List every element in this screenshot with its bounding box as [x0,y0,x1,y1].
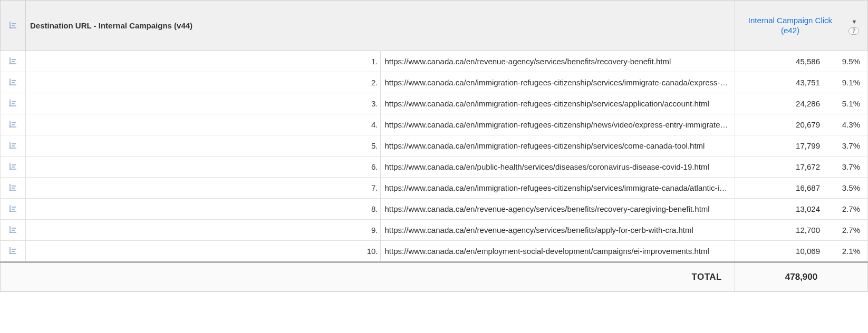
row-metric-value: 20,679 [782,120,820,129]
row-url[interactable]: https://www.canada.ca/en/employment-soci… [380,241,735,262]
svg-point-10 [9,253,10,254]
row-metric-pct: 5.1% [835,99,860,108]
breakdown-icon[interactable] [8,140,18,150]
row-rank: 4. [26,114,381,135]
table-header-row: Destination URL - Internal Campaigns (v4… [1,1,868,51]
breakdown-icon[interactable] [8,56,18,65]
row-metric-value: 17,672 [782,162,820,171]
row-metric-value: 24,286 [782,99,820,108]
svg-point-3 [9,105,10,106]
breakdown-icon[interactable] [8,203,18,213]
table-row: 9. https://www.canada.ca/en/revenue-agen… [1,220,868,241]
table-row: 2. https://www.canada.ca/en/immigration-… [1,72,868,93]
total-row: TOTAL 478,900 [1,262,868,292]
svg-point-5 [9,148,10,149]
help-icon: ? [848,27,859,35]
total-label: TOTAL [1,262,735,292]
table-row: 6. https://www.canada.ca/en/public-healt… [1,156,868,178]
row-rank: 6. [26,156,381,178]
breakdown-icon[interactable] [8,20,18,30]
header-dimension-label[interactable]: Destination URL - Internal Campaigns (v4… [26,1,735,51]
svg-point-0 [9,27,10,28]
row-url[interactable]: https://www.canada.ca/en/revenue-agency/… [380,51,735,72]
row-rank: 8. [26,199,381,220]
row-metric-pct: 9.1% [835,78,860,87]
svg-point-2 [9,84,10,85]
row-url[interactable]: https://www.canada.ca/en/revenue-agency/… [380,220,735,241]
breakdown-icon[interactable] [8,224,18,234]
row-metric-pct: 9.5% [835,57,860,66]
row-metric-pct: 2.1% [835,247,860,256]
header-metric-cell: Internal Campaign Click (e42) ▼ ? [735,1,868,51]
row-url[interactable]: https://www.canada.ca/en/immigration-ref… [380,72,735,93]
sort-indicator-group[interactable]: ▼ ? [844,16,863,35]
svg-point-8 [9,211,10,212]
breakdown-icon[interactable] [8,77,18,86]
row-metric-value: 10,069 [782,247,820,256]
row-rank: 3. [26,93,381,114]
row-metric-pct: 3.7% [835,162,860,171]
report-table: Destination URL - Internal Campaigns (v4… [0,0,868,292]
table-row: 10. https://www.canada.ca/en/employment-… [1,241,868,262]
total-value: 478,900 [735,262,868,292]
svg-point-9 [9,232,10,233]
row-url[interactable]: https://www.canada.ca/en/immigration-ref… [380,93,735,114]
table-row: 3. https://www.canada.ca/en/immigration-… [1,93,868,114]
row-metric-pct: 2.7% [835,204,860,213]
row-url[interactable]: https://www.canada.ca/en/immigration-ref… [380,135,735,156]
row-rank: 2. [26,72,381,93]
row-url[interactable]: https://www.canada.ca/en/public-health/s… [380,156,735,178]
table-row: 5. https://www.canada.ca/en/immigration-… [1,135,868,156]
svg-point-1 [9,63,10,64]
row-url[interactable]: https://www.canada.ca/en/immigration-ref… [380,114,735,135]
row-url[interactable]: https://www.canada.ca/en/revenue-agency/… [380,199,735,220]
header-breakdown-cell [1,1,26,51]
row-metric-pct: 4.3% [835,120,860,129]
breakdown-icon[interactable] [8,119,18,129]
breakdown-icon[interactable] [8,246,18,255]
row-metric-value: 43,751 [782,78,820,87]
row-rank: 7. [26,178,381,199]
table-row: 8. https://www.canada.ca/en/revenue-agen… [1,199,868,220]
svg-point-7 [9,190,10,191]
row-metric-value: 16,687 [782,183,820,192]
row-rank: 9. [26,220,381,241]
row-metric-value: 12,700 [782,226,820,234]
row-metric-pct: 2.7% [835,226,860,234]
row-rank: 10. [26,241,381,262]
breakdown-icon[interactable] [8,182,18,192]
row-rank: 1. [26,51,381,72]
row-metric-value: 13,024 [782,204,820,213]
table-row: 7. https://www.canada.ca/en/immigration-… [1,178,868,199]
row-url[interactable]: https://www.canada.ca/en/immigration-ref… [380,178,735,199]
svg-point-6 [9,169,10,170]
breakdown-icon[interactable] [8,161,18,171]
row-metric-pct: 3.5% [835,183,860,192]
sort-desc-icon: ▼ [852,18,857,25]
row-rank: 5. [26,135,381,156]
row-metric-pct: 3.7% [835,141,860,150]
table-row: 1. https://www.canada.ca/en/revenue-agen… [1,51,868,72]
svg-point-4 [9,126,10,128]
header-metric-label[interactable]: Internal Campaign Click (e42) [739,16,841,36]
breakdown-icon[interactable] [8,98,18,107]
row-metric-value: 17,799 [782,141,820,150]
row-metric-value: 45,586 [782,57,820,66]
table-row: 4. https://www.canada.ca/en/immigration-… [1,114,868,135]
